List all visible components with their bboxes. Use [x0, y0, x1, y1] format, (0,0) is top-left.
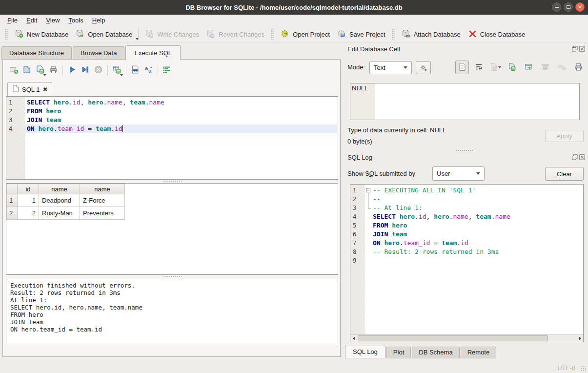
fold-margin — [365, 239, 372, 248]
toolbar-grip[interactable] — [271, 29, 274, 40]
cell[interactable]: 1 — [18, 194, 39, 207]
menu-tools[interactable]: Tools — [64, 16, 87, 25]
open-database-button[interactable]: Open Database — [72, 27, 136, 41]
resize-grip[interactable] — [581, 366, 587, 372]
sql-editor[interactable]: 1234 SELECT hero.id, hero.name, team.nam… — [6, 96, 338, 180]
replace-icon: aa — [144, 65, 153, 76]
toolbar-grip[interactable] — [5, 29, 8, 40]
tab-database-structure[interactable]: Database Structure — [1, 46, 72, 60]
log-line: 6JOIN team — [350, 230, 583, 239]
menu-view[interactable]: View — [41, 16, 64, 25]
tab-plot[interactable]: Plot — [386, 347, 411, 358]
log-horizontal-scrollbar[interactable] — [350, 334, 583, 342]
log-text — [372, 256, 373, 265]
attach-database-icon — [401, 29, 411, 40]
maximize-button[interactable] — [564, 2, 573, 12]
results-grid[interactable]: idnamename11DeadpondZ-Force22Rusty-ManPr… — [6, 183, 338, 275]
fold-marker[interactable] — [365, 204, 372, 212]
column-header-name[interactable]: name — [80, 184, 125, 194]
tab-db-schema[interactable]: DB Schema — [412, 347, 459, 358]
close-panel-icon[interactable] — [579, 154, 585, 162]
open-external-button[interactable] — [522, 61, 535, 74]
cell[interactable]: Z-Force — [80, 194, 125, 207]
auto-apply-button[interactable] — [416, 61, 431, 74]
print-button[interactable] — [47, 64, 60, 76]
minimize-button[interactable] — [552, 2, 561, 12]
find-button[interactable] — [129, 64, 142, 76]
results-messages-splitter[interactable] — [6, 275, 338, 278]
stop-icon — [94, 65, 103, 76]
table-row[interactable]: 22Rusty-ManPreventers — [7, 207, 125, 220]
mode-select[interactable]: Text — [369, 61, 412, 74]
close-sql-tab-icon[interactable]: ✖ — [42, 86, 47, 92]
replace-button[interactable]: aa — [142, 64, 155, 76]
dropdown-arrow-icon[interactable] — [120, 74, 123, 76]
menu-edit[interactable]: Edit — [22, 16, 41, 25]
db-browser-window: { "window": { "title": "DB Browser for S… — [0, 0, 588, 373]
execute-all-button[interactable] — [65, 64, 79, 76]
maximize-icon — [567, 5, 570, 9]
save-sql-file-button[interactable] — [34, 64, 47, 76]
float-icon[interactable] — [572, 46, 578, 53]
column-header-id[interactable]: id — [18, 184, 39, 194]
close-button[interactable]: ✕ — [575, 2, 585, 12]
cell[interactable]: Rusty-Man — [39, 207, 80, 220]
fold-marker[interactable] — [365, 195, 372, 204]
text-mode-button[interactable] — [455, 61, 469, 74]
sql-log-view[interactable]: 1−-- EXECUTING ALL IN 'SQL 1'2--3-- At l… — [350, 184, 584, 342]
execute-all-icon — [67, 65, 77, 76]
new-database-button[interactable]: New Database — [11, 27, 72, 41]
float-icon[interactable] — [572, 154, 578, 162]
new-sql-tab-button[interactable] — [7, 64, 20, 76]
save-project-icon — [337, 29, 346, 40]
table-row[interactable]: 11DeadpondZ-Force — [7, 194, 125, 207]
cell[interactable]: Preventers — [80, 207, 125, 220]
cell-log-splitter[interactable] — [455, 149, 475, 152]
close-panel-icon[interactable] — [579, 46, 585, 53]
execute-line-button[interactable] — [79, 64, 92, 76]
apply-button[interactable]: Apply — [545, 130, 584, 142]
menu-file[interactable]: File — [3, 16, 22, 25]
window-title: DB Browser for SQLite - /home/user/code/… — [185, 4, 402, 11]
print-cell-button[interactable] — [571, 61, 585, 74]
word-wrap-button[interactable] — [472, 61, 486, 74]
tab-sql-log[interactable]: SQL Log — [345, 346, 385, 358]
new-database-icon — [14, 29, 24, 40]
format-button[interactable] — [161, 64, 174, 76]
column-header-name[interactable]: name — [39, 184, 80, 194]
encoding-indicator[interactable]: UTF-8 — [557, 364, 575, 372]
scroll-right-icon[interactable] — [576, 335, 583, 342]
fold-collapse-icon[interactable]: − — [366, 188, 370, 192]
close-database-button[interactable]: Close Database — [464, 27, 529, 41]
tab-execute-sql[interactable]: Execute SQL — [125, 45, 181, 60]
tab-remote[interactable]: Remote — [461, 347, 497, 358]
cell[interactable]: 2 — [18, 207, 39, 220]
open-project-button[interactable]: Open Project — [277, 27, 333, 41]
log-filter-select[interactable]: User — [432, 166, 485, 181]
export-data-button[interactable] — [505, 61, 519, 74]
clear-log-button[interactable]: Clear — [545, 167, 584, 181]
dropdown-arrow-icon[interactable] — [43, 74, 46, 76]
tab-browse-data[interactable]: Browse Data — [73, 46, 124, 60]
toolbar-grip[interactable] — [392, 29, 395, 40]
scroll-left-icon[interactable] — [350, 335, 357, 342]
scrollbar-thumb[interactable] — [358, 335, 548, 341]
fold-marker[interactable]: − — [365, 186, 372, 195]
open-sql-file-button[interactable] — [20, 64, 34, 76]
row-number-header[interactable] — [7, 184, 18, 194]
dropdown-arrow-icon[interactable] — [136, 38, 139, 40]
sql-editor-toolbar: aa — [7, 64, 174, 76]
save-project-button[interactable]: Save Project — [333, 27, 389, 41]
cell[interactable]: Deadpond — [39, 194, 80, 207]
export-data-icon — [507, 62, 516, 73]
dropdown-arrow-icon[interactable] — [498, 66, 501, 68]
cell-editor[interactable]: NULL — [350, 83, 580, 120]
sql-document-tab[interactable]: SQL 1 ✖ — [7, 82, 52, 96]
title-bar[interactable]: DB Browser for SQLite - /home/user/code/… — [0, 0, 588, 15]
code-line: SELECT hero.id, hero.name, team.name — [25, 98, 337, 107]
message-line: FROM hero — [10, 311, 334, 318]
attach-database-button[interactable]: Attach Database — [398, 27, 464, 41]
message-line: SELECT hero.id, hero.name, team.name — [10, 304, 334, 311]
menu-help[interactable]: Help — [88, 16, 110, 25]
export-results-button[interactable] — [110, 64, 123, 76]
